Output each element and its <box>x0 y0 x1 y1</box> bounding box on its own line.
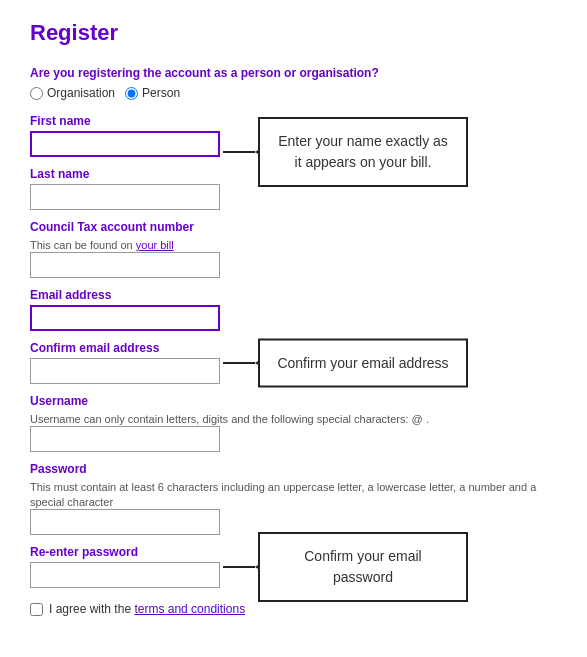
username-input[interactable] <box>30 426 220 452</box>
confirm-email-arrow-line <box>223 362 255 364</box>
council-tax-label: Council Tax account number <box>30 220 557 234</box>
terms-label: I agree with the terms and conditions <box>49 602 245 616</box>
radio-person-label: Person <box>142 86 180 100</box>
page-title: Register <box>30 20 557 46</box>
password-label: Password <box>30 462 557 476</box>
council-tax-field: Council Tax account number This can be f… <box>30 220 557 278</box>
confirm-password-callout: Confirm your email password <box>258 532 468 602</box>
terms-link[interactable]: terms and conditions <box>134 602 245 616</box>
radio-person-input[interactable] <box>125 87 138 100</box>
radio-organisation[interactable]: Organisation <box>30 86 115 100</box>
registration-type-question: Are you registering the account as a per… <box>30 66 557 100</box>
first-name-input[interactable] <box>30 131 220 157</box>
registration-type-label: Are you registering the account as a per… <box>30 66 557 80</box>
council-tax-hint: This can be found on your bill <box>30 239 174 251</box>
password-input[interactable] <box>30 509 220 535</box>
terms-row: I agree with the terms and conditions <box>30 602 557 616</box>
confirm-email-callout: Confirm your email address <box>258 339 468 388</box>
last-name-input[interactable] <box>30 184 220 210</box>
registration-type-radio-group: Organisation Person <box>30 86 557 100</box>
radio-person[interactable]: Person <box>125 86 180 100</box>
email-label: Email address <box>30 288 557 302</box>
email-field: Email address <box>30 288 557 331</box>
username-field: Username Username can only contain lette… <box>30 394 557 452</box>
username-hint: Username can only contain letters, digit… <box>30 413 429 425</box>
name-callout: Enter your name exactly as it appears on… <box>258 117 468 187</box>
radio-organisation-input[interactable] <box>30 87 43 100</box>
radio-organisation-label: Organisation <box>47 86 115 100</box>
terms-checkbox[interactable] <box>30 603 43 616</box>
council-tax-input[interactable] <box>30 252 220 278</box>
bill-link[interactable]: your bill <box>136 239 174 251</box>
name-arrow-line <box>223 151 255 153</box>
confirm-password-arrow-line <box>223 566 255 568</box>
username-label: Username <box>30 394 557 408</box>
password-field: Password This must contain at least 6 ch… <box>30 462 557 535</box>
confirm-email-input[interactable] <box>30 358 220 384</box>
email-input[interactable] <box>30 305 220 331</box>
password-hint: This must contain at least 6 characters … <box>30 481 536 508</box>
reenter-password-input[interactable] <box>30 562 220 588</box>
